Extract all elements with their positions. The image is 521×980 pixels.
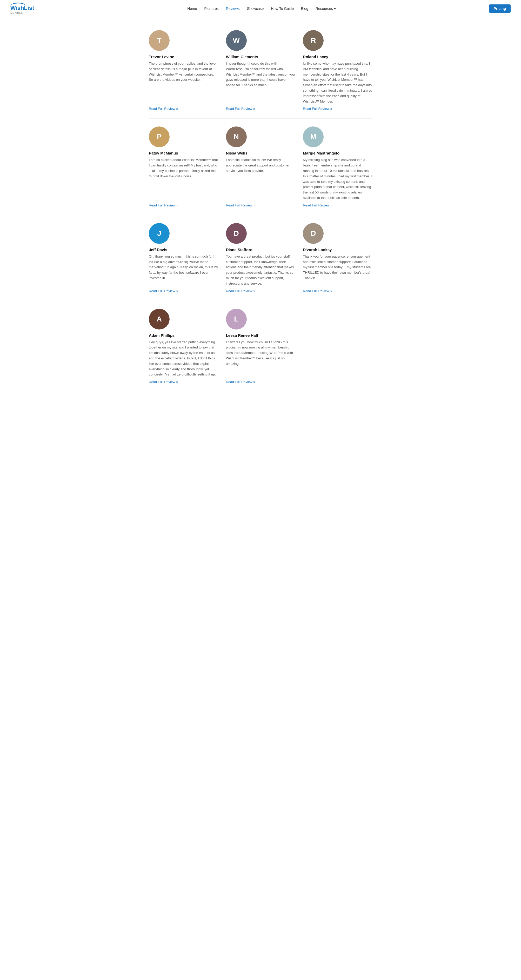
avatar-placeholder: L <box>226 309 247 329</box>
avatar-placeholder: W <box>226 30 247 51</box>
review-card: RRoland LaceyUnlike some who may have pu… <box>303 30 372 111</box>
reviewer-text: I can't tell you how much I'm LOVING thi… <box>226 340 295 377</box>
reviewer-text: My existing blog site was converted into… <box>303 158 372 200</box>
avatar: A <box>149 309 170 329</box>
read-full-review-link[interactable]: Read Full Review » <box>303 289 372 293</box>
reviewer-text: Oh, thank you so much, this is so much f… <box>149 254 218 286</box>
reviewer-text: Hey guys, yes I've started putting every… <box>149 340 218 377</box>
avatar-placeholder: N <box>226 126 247 147</box>
avatar: W <box>226 30 247 51</box>
review-card: JJeff DavisOh, thank you so much, this i… <box>149 223 218 293</box>
chevron-down-icon: ▾ <box>334 6 336 11</box>
review-card: DDiane StaffordYou have a great product,… <box>226 223 295 293</box>
reviewer-name: Patsy McManus <box>149 151 218 155</box>
avatar: L <box>226 309 247 329</box>
nav-item-features[interactable]: Features <box>204 6 218 11</box>
reviews-row: PPatsy McManusI am so excited about Wish… <box>149 119 372 215</box>
reviewer-name: Diane Stafford <box>226 247 295 252</box>
review-card <box>303 309 372 384</box>
read-full-review-link[interactable]: Read Full Review » <box>226 380 295 384</box>
reviewer-name: Margie Mastrangelo <box>303 151 372 155</box>
avatar-placeholder: R <box>303 30 323 51</box>
review-card: AAdam PhillipsHey guys, yes I've started… <box>149 309 218 384</box>
avatar: P <box>149 126 170 147</box>
read-full-review-link[interactable]: Read Full Review » <box>149 289 218 293</box>
logo[interactable]: WishList MEMBER <box>10 3 34 14</box>
nav-item-showcase[interactable]: Showcase <box>247 6 264 11</box>
read-full-review-link[interactable]: Read Full Review » <box>226 107 295 111</box>
avatar: D <box>303 223 323 244</box>
review-card: LLeesa Renee HallI can't tell you how mu… <box>226 309 295 384</box>
reviews-row: AAdam PhillipsHey guys, yes I've started… <box>149 301 372 392</box>
reviewer-text: Thank you for your patience, encourageme… <box>303 254 372 286</box>
nav-item-reviews[interactable]: Reviews <box>226 6 240 11</box>
reviews-section: TTrevor LevineThe promptness of your rep… <box>143 17 378 407</box>
avatar-placeholder: P <box>149 126 170 147</box>
nav-item-blog[interactable]: Blog <box>301 6 308 11</box>
read-full-review-link[interactable]: Read Full Review » <box>303 203 372 207</box>
reviewer-name: Nissa Wells <box>226 151 295 155</box>
nav-item-home[interactable]: Home <box>187 6 197 11</box>
reviewer-name: Roland Lacey <box>303 54 372 59</box>
avatar-placeholder: J <box>149 223 170 244</box>
read-full-review-link[interactable]: Read Full Review » <box>226 203 295 207</box>
reviews-row: JJeff DavisOh, thank you so much, this i… <box>149 215 372 301</box>
avatar: D <box>226 223 247 244</box>
reviewer-text: Unlike some who may have purchased this,… <box>303 61 372 104</box>
read-full-review-link[interactable]: Read Full Review » <box>226 289 295 293</box>
nav-links: Home Features Reviews Showcase How To Gu… <box>187 6 336 11</box>
avatar: T <box>149 30 170 51</box>
reviews-row: TTrevor LevineThe promptness of your rep… <box>149 22 372 119</box>
avatar-placeholder: A <box>149 309 170 329</box>
reviewer-name: William Clements <box>226 54 295 59</box>
avatar: M <box>303 126 323 147</box>
avatar-placeholder: D <box>226 223 247 244</box>
reviewer-name: Jeff Davis <box>149 247 218 252</box>
reviewer-name: D'vorah Lanksy <box>303 247 372 252</box>
nav-item-resources[interactable]: Resources ▾ <box>315 6 336 11</box>
nav-item-howto[interactable]: How To Guide <box>271 6 294 11</box>
logo-list: List <box>24 5 34 11</box>
read-full-review-link[interactable]: Read Full Review » <box>149 203 218 207</box>
reviewer-name: Trevor Levine <box>149 54 218 59</box>
read-full-review-link[interactable]: Read Full Review » <box>149 380 218 384</box>
logo-wish: Wish <box>10 5 24 11</box>
avatar-placeholder: M <box>303 126 323 147</box>
avatar: N <box>226 126 247 147</box>
review-card: NNissa WellsFantastic, thanks so much! W… <box>226 126 295 207</box>
read-full-review-link[interactable]: Read Full Review » <box>303 107 372 111</box>
reviewer-text: The promptness of your replies, and the … <box>149 61 218 104</box>
avatar: J <box>149 223 170 244</box>
avatar-placeholder: T <box>149 30 170 51</box>
reviewer-text: Fantastic, thanks so much! We really app… <box>226 158 295 200</box>
avatar-placeholder: D <box>303 223 323 244</box>
review-card: DD'vorah LanksyThank you for your patien… <box>303 223 372 293</box>
reviewer-text: You have a great product, but it's your … <box>226 254 295 286</box>
review-card: PPatsy McManusI am so excited about Wish… <box>149 126 218 207</box>
reviewer-name: Leesa Renee Hall <box>226 333 295 337</box>
reviewer-text: I never thought I could do this with Wor… <box>226 61 295 104</box>
review-card: TTrevor LevineThe promptness of your rep… <box>149 30 218 111</box>
reviewer-text: I am so excited about WishList Member™ t… <box>149 158 218 200</box>
logo-member: MEMBER <box>10 11 23 14</box>
navigation: WishList MEMBER Home Features Reviews Sh… <box>0 0 521 17</box>
pricing-button[interactable]: Pricing <box>489 5 511 13</box>
read-full-review-link[interactable]: Read Full Review » <box>149 107 218 111</box>
review-card: MMargie MastrangeloMy existing blog site… <box>303 126 372 207</box>
avatar: R <box>303 30 323 51</box>
review-card: WWilliam ClementsI never thought I could… <box>226 30 295 111</box>
reviewer-name: Adam Phillips <box>149 333 218 337</box>
